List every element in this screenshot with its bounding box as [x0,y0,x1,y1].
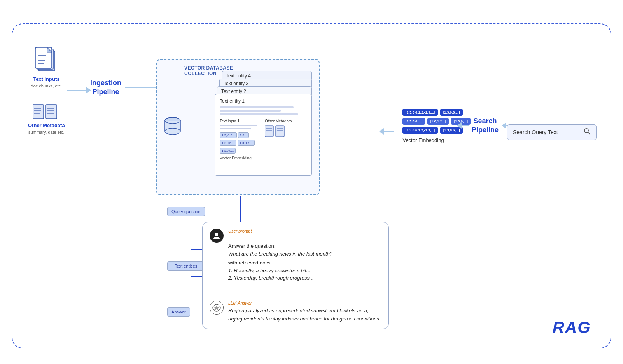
vec-badge-1-1: [1.3,0.6,1.2,-1.3,...] [402,109,438,116]
query-to-pipeline-arrow [457,122,469,129]
llm-avatar [210,301,224,315]
badge-group: 1.2,-1.3... 1.0... 1.3,0.6,... 1.3,0.6,.… [220,132,262,154]
svg-rect-23 [265,126,273,136]
line2 [220,110,281,112]
vec-row-1: [1.3,0.6,1.2,-1.3,...] [1.3,0.6,...] [402,109,462,116]
left-inputs: Text Inputs doc chunks, etc. Other Metad… [28,47,65,135]
chat-side-labels: Query question Text entities [167,196,205,282]
vec-row-3: [1.3,0.6,1.2,-1.3,...] [1.3,0.6,...] [402,127,462,134]
search-to-vec-arrow [379,128,394,135]
db-icon [164,117,181,138]
svg-point-31 [215,233,218,236]
vector-embedding-right-title: Vector Embedding [402,137,444,143]
llm-answer: Region paralyzed as unprecedented snowst… [228,307,382,323]
metadata-icon [33,104,60,121]
badge-5: 1.3,0.8... [220,148,236,154]
ingestion-pipeline-label: IngestionPipeline [90,79,121,97]
svg-marker-32 [214,306,219,310]
entity-card-bottom-section: Text input 1 1.2,-1.3... 1.0... 1.3,0.6,… [220,119,307,154]
vector-embedding-card-label: Vector Embedding [220,156,307,160]
main-rag-container: RAG Text Inputs doc chunks, etc. [12,23,611,348]
badge-4: 1.3,0.6,... [238,140,254,146]
metadata-sublabel: summary, date etc. [28,130,65,135]
vec-badge-2-1: [1.3,0.6,...] [402,118,425,125]
metadata-group: Other Metadata summary, date etc. [28,104,65,135]
user-avatar [210,229,224,243]
metadata-label: Other Metadata [28,122,65,128]
text-inputs-group: Text Inputs doc chunks, etc. [31,47,62,88]
user-retrieved-prefix: with retrieved docs: [228,259,332,267]
vec-badge-2-2: [1.0,1.2...] [427,118,449,125]
user-retrieved-2: 2. Yesterday, breakthrough progress... [228,274,332,282]
svg-rect-13 [46,105,57,119]
user-message: User prompt : Answer the question: What … [210,229,382,290]
user-role: User prompt [228,229,332,233]
search-icon [584,128,591,136]
answer-label-section: Answer [167,307,190,317]
text-input-section: Text input 1 1.2,-1.3... 1.0... 1.3,0.6,… [220,119,262,154]
user-question: What are the breaking news in the last m… [228,250,332,258]
chat-user-section: User prompt : Answer the question: What … [203,222,388,295]
user-colon: : [228,235,332,243]
entity-card-1-title: Text entity 1 [220,98,307,104]
answer-label: Answer [167,307,190,317]
query-question-label: Query question [167,207,205,216]
search-query-text: Search Query Text [513,129,558,135]
llm-role: LLM Answer [228,301,382,305]
line1 [220,106,294,108]
vec-badge-1-2: [1.3,0.6,...] [440,109,463,116]
llm-content: LLM Answer Region paralyzed as unprecede… [228,301,382,323]
user-retrieved-3: ... [228,282,332,290]
ti-line2 [220,128,251,129]
text-inputs-icon [35,47,58,75]
entity-card-1: Text entity 1 Text input 1 1.2,-1.3... 1 [215,94,312,176]
other-metadata-section: Other Metadata [265,119,307,142]
text-entities-label: Text entities [167,261,205,271]
rag-label: RAG [553,318,591,337]
user-content: User prompt : Answer the question: What … [228,229,332,290]
chat-panel: User prompt : Answer the question: What … [202,222,389,329]
other-metadata-icon-small [265,125,286,140]
line3 [220,113,298,115]
user-retrieved-1: 1. Recently, a heavy snowstorm hit... [228,267,332,275]
user-question-prefix: Answer the question: [228,242,332,250]
search-query-box[interactable]: Search Query Text [507,124,597,140]
badge-1: 1.2,-1.3... [220,132,237,138]
ingestion-to-db-arrow [125,84,161,91]
badge-3: 1.3,0.6,... [220,140,236,146]
text-input-section-label: Text input 1 [220,119,262,123]
text-inputs-label: Text Inputs [33,76,60,82]
svg-line-30 [588,132,590,134]
svg-rect-9 [33,105,44,119]
search-pipeline-label: SearchPipeline [472,117,499,135]
chat-llm-section: LLM Answer Region paralyzed as unprecede… [203,294,388,329]
input-to-ingestion-arrow [67,87,91,93]
search-pipeline-section: SearchPipeline [457,117,513,135]
other-metadata-label: Other Metadata [265,119,307,123]
ingestion-pipeline-section: IngestionPipeline [90,79,161,97]
ti-line1 [220,125,257,126]
llm-message: LLM Answer Region paralyzed as unprecede… [210,301,382,323]
badge-2: 1.0... [238,132,249,138]
vec-badge-3-1: [1.3,0.6,1.2,-1.3,...] [402,127,438,134]
text-inputs-sublabel: doc chunks, etc. [31,84,62,88]
vector-db-box: VECTOR DATABASECOLLECTION Text entity 4 … [156,59,320,195]
svg-rect-26 [276,126,284,136]
svg-point-19 [165,128,180,135]
